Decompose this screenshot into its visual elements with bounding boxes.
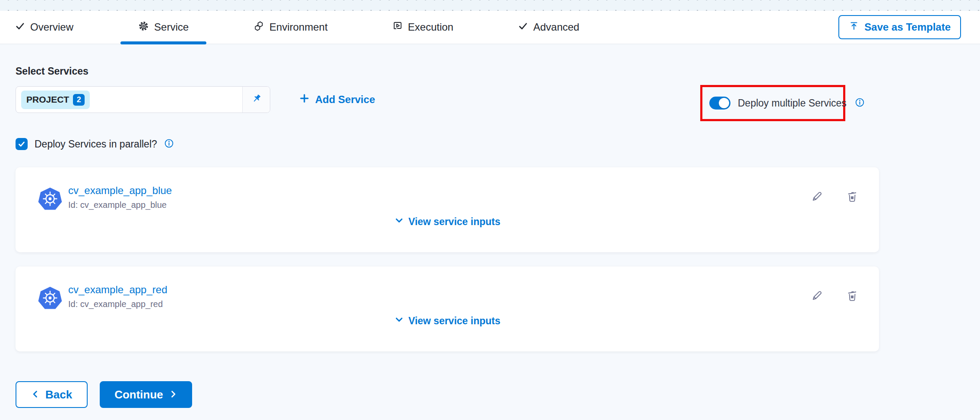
trash-icon[interactable]: [845, 190, 859, 204]
deploy-multiple-services-highlight: Deploy multiple Services: [700, 85, 845, 121]
upload-icon: [849, 21, 859, 34]
pin-icon: [251, 93, 262, 106]
tab-execution[interactable]: Execution: [373, 11, 473, 44]
plus-icon: [299, 93, 310, 107]
chevron-right-icon: [169, 388, 177, 401]
view-service-inputs-label: View service inputs: [408, 315, 500, 327]
edit-pencil-icon[interactable]: [810, 190, 824, 204]
tab-label: Execution: [408, 21, 453, 33]
deploy-multiple-services-toggle[interactable]: [709, 97, 730, 110]
back-label: Back: [45, 388, 72, 401]
view-service-inputs-link[interactable]: View service inputs: [394, 216, 500, 228]
chevron-down-icon: [394, 315, 404, 327]
deploy-multiple-services-label: Deploy multiple Services: [738, 97, 847, 109]
service-card-actions: [810, 289, 859, 303]
service-card-actions: [810, 190, 859, 204]
view-inputs-row: View service inputs: [16, 216, 879, 228]
chevron-down-icon: [394, 216, 404, 228]
service-config-page: Overview Service: [0, 0, 980, 420]
kubernetes-icon: [38, 286, 62, 312]
service-name-link[interactable]: cv_example_app_red: [68, 284, 168, 296]
service-id-text: Id: cv_example_app_blue: [68, 200, 167, 210]
project-chip[interactable]: PROJECT 2: [21, 91, 90, 109]
deploy-parallel-checkbox[interactable]: [16, 138, 28, 150]
back-button[interactable]: Back: [16, 381, 88, 408]
tab-environment[interactable]: Environment: [234, 11, 347, 44]
wizard-footer: Back Continue: [16, 381, 192, 408]
kubernetes-icon: [38, 187, 62, 213]
execution-icon: [392, 21, 403, 34]
service-card: cv_example_app_red Id: cv_example_app_re…: [16, 266, 879, 351]
service-select-input[interactable]: PROJECT 2: [16, 86, 270, 113]
active-tab-underline: [120, 41, 206, 44]
stage-tabbar: Overview Service: [0, 11, 980, 44]
tab-label: Service: [154, 21, 189, 33]
add-service-label: Add Service: [315, 94, 375, 106]
view-inputs-row: View service inputs: [16, 315, 879, 327]
project-chip-count-badge: 2: [73, 94, 85, 106]
view-service-inputs-label: View service inputs: [408, 216, 500, 228]
edit-pencil-icon[interactable]: [810, 289, 824, 303]
service-name-link[interactable]: cv_example_app_blue: [68, 185, 172, 197]
tab-service[interactable]: Service: [119, 11, 208, 44]
toggle-knob: [719, 98, 729, 108]
add-service-button[interactable]: Add Service: [299, 86, 375, 113]
view-service-inputs-link[interactable]: View service inputs: [394, 315, 500, 327]
check-icon: [518, 21, 528, 34]
service-card: cv_example_app_blue Id: cv_example_app_b…: [16, 167, 879, 252]
project-chip-label: PROJECT: [26, 94, 69, 105]
check-icon: [15, 21, 25, 34]
save-as-template-label: Save as Template: [864, 21, 951, 33]
deploy-parallel-label: Deploy Services in parallel?: [35, 138, 157, 150]
stage-tabs: Overview Service: [0, 11, 599, 44]
info-icon[interactable]: [855, 97, 865, 109]
pin-runtime-input-button[interactable]: [242, 87, 270, 113]
selected-services-zone: PROJECT 2: [16, 87, 242, 113]
tab-label: Advanced: [533, 21, 579, 33]
tab-overview[interactable]: Overview: [0, 11, 93, 44]
environment-icon: [253, 21, 264, 34]
chevron-left-icon: [31, 388, 40, 401]
select-services-label: Select Services: [16, 66, 89, 77]
continue-label: Continue: [114, 388, 163, 401]
service-id-text: Id: cv_example_app_red: [68, 299, 163, 309]
save-as-template-button[interactable]: Save as Template: [838, 15, 961, 39]
gear-icon: [138, 21, 149, 34]
deploy-parallel-row: Deploy Services in parallel?: [16, 138, 174, 150]
tab-label: Environment: [269, 21, 328, 33]
info-icon[interactable]: [164, 138, 174, 150]
trash-icon[interactable]: [845, 289, 859, 303]
pipeline-canvas-dots: [0, 0, 980, 11]
tab-advanced[interactable]: Advanced: [499, 11, 599, 44]
tab-label: Overview: [30, 21, 73, 33]
continue-button[interactable]: Continue: [100, 381, 192, 408]
